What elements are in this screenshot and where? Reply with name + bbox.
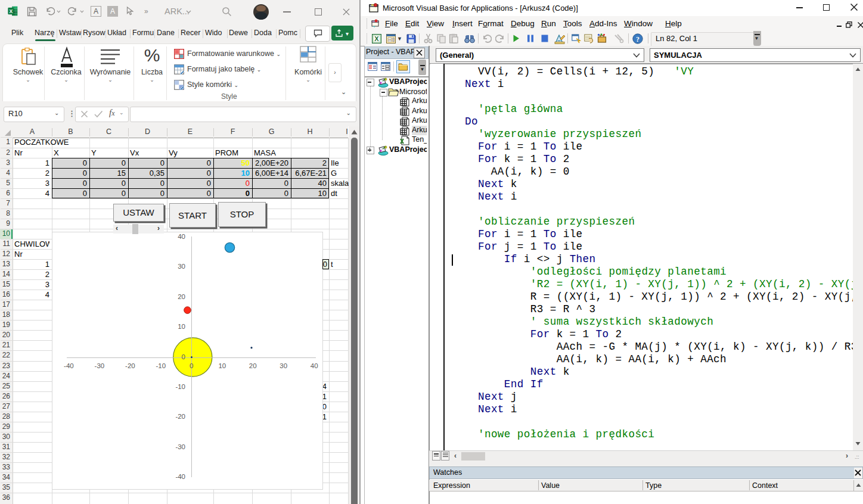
svg-text:X: X: [9, 8, 13, 14]
svg-text:?: ?: [636, 35, 640, 43]
svg-text:X: X: [374, 35, 379, 42]
